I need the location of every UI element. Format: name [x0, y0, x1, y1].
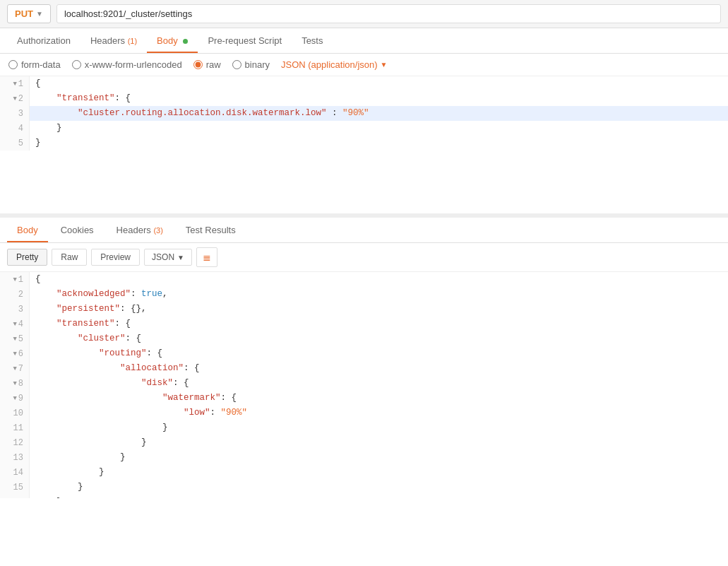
json-type-select[interactable]: JSON (application/json) ▼ [281, 59, 387, 70]
method-label: PUT [15, 8, 33, 19]
json-type-chevron-icon: ▼ [381, 61, 388, 69]
req-line-3: 3 "cluster.routing.allocation.disk.water… [0, 106, 728, 121]
resp-tab-cookies[interactable]: Cookies [51, 218, 104, 242]
resp-line-7: ▼ 7 "allocation": { [0, 361, 728, 376]
req-line-5: 5 } [0, 136, 728, 151]
resp-line-15: 15 } [0, 480, 728, 495]
fold-arrow-1[interactable]: ▼ [13, 81, 16, 88]
tab-tests[interactable]: Tests [292, 28, 333, 53]
url-bar: PUT ▼ [0, 0, 728, 28]
resp-line-8: ▼ 8 "disk": { [0, 376, 728, 391]
pretty-btn[interactable]: Pretty [7, 249, 47, 266]
headers-badge: (1) [128, 37, 137, 45]
preview-btn[interactable]: Preview [91, 249, 140, 266]
url-input[interactable] [56, 4, 721, 23]
fold-arrow-2[interactable]: ▼ [13, 95, 16, 102]
resp-line-13: 13 } [0, 450, 728, 465]
request-code-lines: ▼ 1 { ▼ 2 "transient": { 3 "cluster.rout… [0, 76, 728, 151]
body-active-dot [183, 39, 188, 44]
body-type-bar: form-data x-www-form-urlencoded raw bina… [0, 54, 728, 76]
resp-line-16: 16 } [0, 495, 728, 498]
resp-fold-1[interactable]: ▼ [13, 276, 16, 283]
body-type-urlencoded[interactable]: x-www-form-urlencoded [72, 59, 182, 70]
resp-fold-8[interactable]: ▼ [13, 380, 16, 387]
resp-line-5: ▼ 5 "cluster": { [0, 331, 728, 346]
response-code-editor[interactable]: ▼ 1 { 2 "acknowledged": true, 3 "persist… [0, 272, 728, 498]
resp-fold-5[interactable]: ▼ [13, 336, 16, 343]
resp-headers-badge: (3) [153, 226, 162, 235]
tab-prerequest[interactable]: Pre-request Script [198, 28, 292, 53]
tab-body[interactable]: Body [147, 28, 198, 53]
method-button[interactable]: PUT ▼ [7, 4, 51, 23]
resp-fold-4[interactable]: ▼ [13, 321, 16, 328]
format-select[interactable]: JSON ▼ [144, 249, 192, 266]
resp-tab-headers[interactable]: Headers (3) [107, 218, 173, 242]
response-controls: Pretty Raw Preview JSON ▼ ≣ [0, 243, 728, 272]
resp-line-11: 11 } [0, 420, 728, 435]
tab-headers[interactable]: Headers (1) [80, 28, 147, 53]
resp-line-12: 12 } [0, 435, 728, 450]
wrap-icon: ≣ [203, 252, 211, 263]
resp-line-2: 2 "acknowledged": true, [0, 287, 728, 302]
resp-fold-6[interactable]: ▼ [13, 350, 16, 358]
resp-line-1: ▼ 1 { [0, 272, 728, 287]
resp-tab-testresults[interactable]: Test Results [176, 218, 246, 242]
wrap-button[interactable]: ≣ [196, 247, 217, 267]
response-code-lines: ▼ 1 { 2 "acknowledged": true, 3 "persist… [0, 272, 728, 498]
request-code-editor[interactable]: ▼ 1 { ▼ 2 "transient": { 3 "cluster.rout… [0, 76, 728, 218]
resp-fold-7[interactable]: ▼ [13, 365, 16, 372]
resp-line-10: 10 "low": "90%" [0, 406, 728, 420]
tab-authorization[interactable]: Authorization [7, 28, 80, 53]
req-line-1: ▼ 1 { [0, 76, 728, 91]
body-type-formdata[interactable]: form-data [8, 59, 61, 70]
resp-tab-body[interactable]: Body [7, 218, 48, 242]
body-type-raw[interactable]: raw [193, 59, 221, 70]
raw-btn[interactable]: Raw [52, 249, 87, 266]
resp-line-3: 3 "persistent": {}, [0, 302, 728, 317]
resp-line-14: 14 } [0, 465, 728, 480]
resp-fold-9[interactable]: ▼ [13, 395, 16, 402]
req-line-4: 4 } [0, 121, 728, 136]
body-type-binary[interactable]: binary [232, 59, 270, 70]
resp-line-4: ▼ 4 "transient": { [0, 317, 728, 331]
response-section: Body Cookies Headers (3) Test Results Pr… [0, 218, 728, 498]
method-chevron-icon: ▼ [36, 10, 43, 18]
resp-line-6: ▼ 6 "routing": { [0, 346, 728, 361]
response-tabs-bar: Body Cookies Headers (3) Test Results [0, 218, 728, 243]
request-tabs-bar: Authorization Headers (1) Body Pre-reque… [0, 28, 728, 54]
format-chevron-icon: ▼ [177, 254, 184, 261]
req-line-2: ▼ 2 "transient": { [0, 91, 728, 106]
resp-line-9: ▼ 9 "watermark": { [0, 391, 728, 406]
